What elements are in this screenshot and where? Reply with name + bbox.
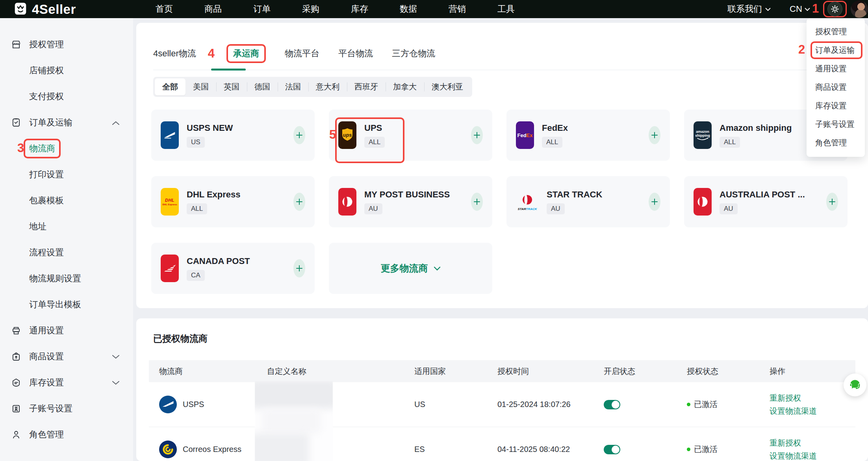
enable-toggle[interactable] (604, 400, 620, 409)
filter-au[interactable]: 澳大利亚 (424, 78, 471, 95)
sidebar-item-process-settings[interactable]: 流程设置 (0, 240, 133, 266)
menu-products[interactable]: 商品 (204, 3, 222, 15)
menu-item-inventory-settings[interactable]: 库存设置 (807, 97, 865, 115)
language-dropdown[interactable]: CN (790, 0, 810, 18)
auspost-logo (338, 188, 356, 216)
tab-3rd-party-warehouse[interactable]: 三方仓物流 (392, 48, 435, 59)
tab-4seller-logistics[interactable]: 4seller物流 (153, 48, 196, 59)
id-card-icon (11, 403, 21, 414)
chevron-down-icon (765, 7, 771, 11)
region-tag: AU (364, 203, 382, 214)
main-menu: 首页 商品 订单 采购 库存 数据 营销 工具 (156, 0, 515, 18)
menu-inventory[interactable]: 库存 (351, 3, 368, 15)
sidebar-item-inventory-settings[interactable]: 库存设置 (0, 370, 133, 396)
sidebar-item-payment-auth[interactable]: 支付授权 (0, 84, 133, 110)
filter-all[interactable]: 全部 (155, 78, 185, 95)
filter-ca[interactable]: 加拿大 (386, 78, 424, 95)
tab-logistics-platform[interactable]: 物流平台 (285, 48, 319, 59)
auspost-logo (694, 188, 712, 216)
canada-post-logo (161, 255, 179, 282)
menu-item-general-settings[interactable]: 通用设置 (807, 59, 865, 78)
sidebar-item-general-settings[interactable]: 通用设置 (0, 318, 133, 344)
region-tag: ALL (187, 203, 207, 214)
annotation-1: 1 (812, 2, 819, 16)
menu-purchase[interactable]: 采购 (302, 3, 319, 15)
filter-fr[interactable]: 法国 (278, 78, 308, 95)
col-custom-name: 自定义名称 (257, 366, 404, 377)
add-carrier-button[interactable] (649, 126, 660, 144)
menu-data[interactable]: 数据 (400, 3, 417, 15)
filter-uk[interactable]: 英国 (216, 78, 247, 95)
app-logo[interactable]: 4Seller (13, 1, 76, 18)
more-carriers-button[interactable]: 更多物流商 (329, 243, 492, 294)
filter-us[interactable]: 美国 (185, 78, 216, 95)
menu-item-authorization[interactable]: 授权管理 (807, 22, 865, 41)
sidebar-item-subaccount-settings[interactable]: 子账号设置 (0, 396, 133, 422)
logistics-provider-highlight-box: 物流商 (24, 139, 61, 158)
tabs-divider (153, 70, 851, 70)
menu-orders[interactable]: 订单 (253, 3, 271, 15)
tab-platform-logistics[interactable]: 平台物流 (338, 48, 373, 59)
storefront-icon (11, 39, 21, 50)
sidebar-item-package-template[interactable]: 包裹模板 (0, 188, 133, 214)
annotation-5: 5 (329, 128, 336, 142)
contact-us-dropdown[interactable]: 联系我们 (727, 0, 771, 18)
chevron-up-icon (112, 117, 120, 128)
usps-logo (161, 121, 179, 149)
menu-marketing[interactable]: 营销 (449, 3, 466, 15)
contact-us-label: 联系我们 (727, 3, 762, 15)
add-carrier-button[interactable] (293, 126, 305, 144)
warehouse-box-icon (11, 377, 21, 388)
add-carrier-button[interactable] (471, 193, 483, 211)
support-chat-button[interactable] (844, 374, 866, 396)
reauthorize-link[interactable]: 重新授权 (770, 393, 817, 403)
auth-time-cell: 04-11-2025 08:40:22 (487, 445, 594, 454)
add-carrier-button[interactable] (293, 259, 305, 277)
filter-de[interactable]: 德国 (247, 78, 278, 95)
add-carrier-button[interactable] (649, 193, 660, 211)
add-carrier-button[interactable] (471, 126, 483, 144)
menu-item-role-management[interactable]: 角色管理 (807, 134, 865, 152)
logo-text: 4Seller (32, 2, 76, 17)
menu-item-orders-shipping[interactable]: 订单及运输 (811, 41, 862, 59)
menu-home[interactable]: 首页 (156, 3, 173, 15)
user-avatar[interactable] (851, 0, 868, 18)
settings-dropdown-menu: 授权管理 订单及运输 通用设置 商品设置 库存设置 子账号设置 角色管理 (807, 19, 865, 157)
set-channels-link[interactable]: 设置物流渠道 (770, 406, 817, 416)
redacted-custom-name (255, 381, 333, 461)
sidebar-item-product-settings[interactable]: 商品设置 (0, 344, 133, 370)
menu-item-subaccount-settings[interactable]: 子账号设置 (807, 115, 865, 134)
sidebar-item-orders-shipping[interactable]: 订单及运输 (0, 110, 133, 136)
sidebar-item-role-management[interactable]: 角色管理 (0, 422, 133, 448)
filter-it[interactable]: 意大利 (308, 78, 347, 95)
filter-es[interactable]: 西班牙 (347, 78, 386, 95)
auth-time-cell: 01-25-2024 18:07:26 (487, 400, 594, 409)
sidebar-item-logistics-provider[interactable]: 3 物流商 (0, 136, 133, 162)
sidebar-item-logistics-rules[interactable]: 物流规则设置 (0, 266, 133, 292)
menu-tools[interactable]: 工具 (497, 3, 515, 15)
add-carrier-button[interactable] (826, 193, 838, 211)
carrier-card-ups: 5 ups UPSALL (329, 110, 492, 161)
settings-gear-button[interactable] (827, 2, 842, 17)
carrier-card-dhl: DHLDHL Express DHL ExpressALL (151, 176, 315, 227)
menu-item-product-settings[interactable]: 商品设置 (807, 78, 865, 97)
carrier-card-canada-post: CANADA POSTCA (151, 243, 315, 294)
printer-icon (11, 325, 21, 336)
sidebar-item-address[interactable]: 地址 (0, 214, 133, 240)
enable-toggle[interactable] (604, 445, 620, 454)
sidebar-item-print-settings[interactable]: 打印设置 (0, 162, 133, 188)
region-tag: ALL (720, 137, 740, 148)
top-navbar: 4Seller 首页 商品 订单 采购 库存 数据 营销 工具 联系我们 CN … (0, 0, 868, 18)
carrier-panel: 4seller物流 4 承运商 物流平台 平台物流 三方仓物流 全部 美国 英国… (136, 23, 868, 308)
set-channels-link[interactable]: 设置物流渠道 (770, 451, 817, 461)
tab-carriers[interactable]: 承运商 (226, 44, 266, 63)
col-country: 适用国家 (404, 366, 487, 377)
sidebar-item-order-export-template[interactable]: 订单导出模板 (0, 292, 133, 318)
reauthorize-link[interactable]: 重新授权 (770, 438, 817, 448)
carrier-card-mypost-business: MY POST BUSINESSAU (329, 176, 492, 227)
add-carrier-button[interactable] (293, 193, 305, 211)
sidebar-item-authorization[interactable]: 授权管理 (0, 32, 133, 58)
annotation-3: 3 (17, 141, 24, 155)
sidebar-item-store-auth[interactable]: 店铺授权 (0, 58, 133, 84)
carrier-card-australia-post: AUSTRALIA POST ...AU (684, 176, 848, 227)
